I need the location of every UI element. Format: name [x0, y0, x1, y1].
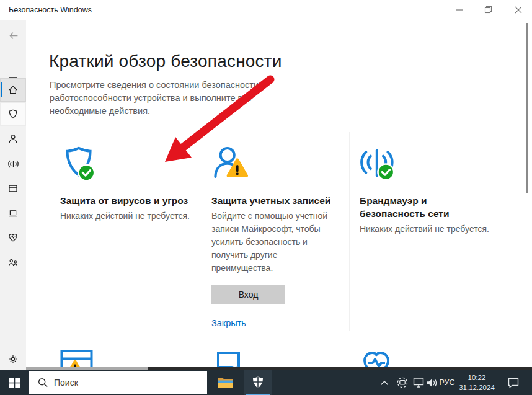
language-indicator[interactable]: РУС [437, 370, 457, 395]
sidebar-item-app-browser[interactable] [0, 177, 26, 200]
home-icon [7, 84, 19, 95]
taskbar-clock[interactable]: 10:22 31.12.2024 [458, 373, 496, 393]
restore-button[interactable] [474, 0, 502, 19]
network-signal-icon [7, 158, 19, 170]
laptop-icon [7, 208, 19, 219]
card-virus-threat-protection[interactable]: Защита от вирусов и угроз Никаких действ… [60, 144, 193, 223]
volume-icon [426, 378, 438, 388]
heart-pulse-large-icon [358, 349, 394, 367]
action-center-button[interactable] [503, 370, 523, 395]
minimize-icon [456, 6, 463, 14]
sidebar-item-virus-protection[interactable] [0, 102, 26, 126]
action-center-icon [507, 377, 520, 388]
back-arrow-icon [7, 30, 19, 42]
card-title: Защита от вирусов и угроз [60, 194, 193, 207]
app-window-warning-icon [60, 349, 95, 367]
windows-security-icon [251, 376, 265, 389]
network-ethernet-icon [412, 377, 425, 388]
cast-display-icon [396, 376, 409, 389]
sidebar-item-family-options[interactable] [0, 251, 26, 275]
user-icon [7, 133, 19, 144]
search-icon [38, 378, 48, 388]
chevron-up-icon [380, 380, 389, 386]
taskbar-windows-security[interactable] [244, 370, 272, 395]
titlebar: Безопасность Windows [0, 0, 532, 20]
sign-in-button[interactable]: Вход [211, 285, 285, 304]
network-check-icon [360, 144, 496, 184]
tray-cast-button[interactable] [395, 370, 410, 395]
close-icon [515, 6, 522, 14]
card-title: Защита учетных записей [211, 194, 335, 207]
start-button[interactable] [0, 370, 29, 395]
tray-chevron-button[interactable] [377, 370, 392, 395]
app-window-icon [7, 183, 19, 194]
taskbar: РУС 10:22 31.12.2024 [0, 370, 532, 395]
shield-check-icon [60, 144, 193, 184]
file-explorer-icon [217, 376, 233, 389]
page-title: Краткий обзор безопасности [49, 51, 282, 71]
window-title: Безопасность Windows [9, 6, 92, 14]
card-status: Никаких действий не требуется. [60, 210, 193, 223]
restore-icon [484, 6, 492, 14]
card-device-performance[interactable] [358, 349, 394, 367]
laptop-check-icon [212, 349, 247, 367]
card-description: Войдите с помощью учетной записи Майкрос… [211, 210, 329, 275]
settings-gear-icon [7, 353, 19, 365]
vertical-scrollbar[interactable] [526, 23, 528, 193]
card-status: Никаких действий не требуется. [360, 223, 496, 236]
shield-icon [7, 109, 19, 120]
sidebar-item-home[interactable] [0, 78, 26, 102]
search-input[interactable] [54, 378, 207, 388]
card-firewall-network[interactable]: Брандмауэр и безопасность сети Никаких д… [360, 144, 496, 236]
card-account-protection[interactable]: Защита учетных записей Войдите с помощью… [211, 144, 335, 329]
main-content: Краткий обзор безопасности Просмотрите с… [26, 20, 532, 367]
taskbar-search[interactable] [29, 371, 207, 394]
clock-date: 31.12.2024 [458, 383, 496, 393]
minimize-button[interactable] [445, 0, 473, 19]
page-subtitle: Просмотрите сведения о состоянии безопас… [50, 79, 296, 118]
sidebar [0, 20, 26, 370]
heart-pulse-icon [7, 232, 19, 243]
card-separator [198, 132, 198, 331]
windows-security-window: Безопасность Windows [0, 0, 532, 395]
back-button[interactable] [0, 24, 26, 47]
sidebar-item-firewall[interactable] [0, 152, 26, 175]
card-device-security[interactable] [212, 349, 247, 367]
family-icon [7, 257, 19, 269]
close-button[interactable] [504, 0, 532, 19]
sidebar-item-device-security[interactable] [0, 202, 26, 225]
sidebar-item-settings[interactable] [0, 347, 26, 371]
dismiss-link[interactable]: Закрыть [211, 318, 246, 328]
sidebar-item-account-protection[interactable] [0, 127, 26, 151]
sidebar-item-device-health[interactable] [0, 226, 26, 249]
taskbar-file-explorer[interactable] [211, 370, 239, 395]
clock-time: 10:22 [458, 373, 496, 383]
card-separator [349, 132, 350, 331]
windows-logo-icon [9, 378, 20, 388]
card-app-browser-control[interactable] [60, 349, 95, 367]
user-warning-icon [211, 144, 335, 184]
card-title: Брандмауэр и безопасность сети [360, 194, 471, 220]
